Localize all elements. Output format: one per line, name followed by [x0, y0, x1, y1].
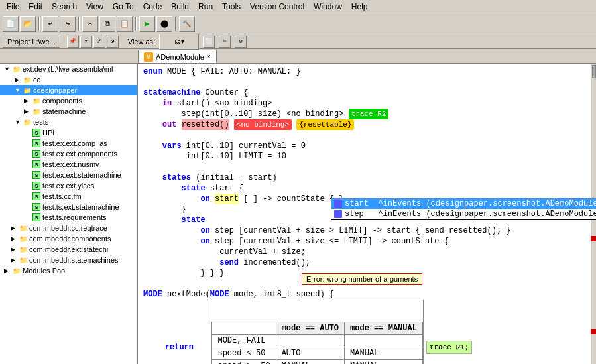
code-line-state-start: state start {: [143, 183, 591, 194]
menu-edit[interactable]: Edit: [25, 2, 46, 11]
tree-item-cc[interactable]: ▶ 📁 cc: [0, 74, 137, 85]
menu-build[interactable]: Build: [167, 2, 193, 11]
com-ext-sm-folder-icon: 📁: [19, 245, 28, 254]
tree-item-com-statemachines[interactable]: ▶ 📁 com.mbeddr.statemachines: [0, 255, 137, 265]
copy-button[interactable]: ⧉: [99, 16, 115, 32]
test-ts-req-file-icon: S: [32, 213, 41, 222]
menu-goto[interactable]: Go To: [109, 2, 138, 11]
build-button[interactable]: 🔨: [179, 16, 195, 32]
tree-item-test-yices[interactable]: S test.ex.ext.yices: [0, 180, 137, 191]
tree-item-test-ext-statemachine[interactable]: S test.ex.ext.statemachine: [0, 170, 137, 180]
tree-item-modules-pool[interactable]: ▶ 📁 Modules Pool: [0, 265, 137, 276]
com-reqtrace-toggle-icon: ▶: [11, 225, 19, 231]
code-line-vars: vars int[0..10] currentVal = 0: [143, 141, 591, 151]
com-components-folder-icon: 📁: [19, 234, 28, 243]
menu-view[interactable]: View: [82, 2, 107, 11]
trace-r2-badge: trace R2: [349, 109, 389, 119]
code-editor[interactable]: enum MODE { FAIL: AUTO: MANUAL: } statem…: [138, 64, 596, 364]
error-marker-2: [591, 329, 596, 334]
scrollbar-thumb[interactable]: [592, 65, 596, 78]
file-tab-close-icon[interactable]: ×: [207, 53, 211, 60]
tree-components-label: components: [42, 97, 82, 105]
tree-item-test-ts-sm[interactable]: S test.ts.ext.statemachine: [0, 202, 137, 212]
menu-versioncontrol[interactable]: Version Control: [246, 2, 308, 11]
com-components-toggle-icon: ▶: [11, 235, 19, 242]
code-line-in-start: in start() <no binding>: [143, 98, 591, 109]
tree-cc-label: cc: [33, 76, 40, 84]
debug-button[interactable]: ⬤: [156, 16, 172, 32]
statemachine-folder-icon: 📁: [32, 107, 41, 116]
tree-item-com-components[interactable]: ▶ 📁 com.mbeddr.components: [0, 233, 137, 244]
paste-button[interactable]: 📋: [117, 16, 133, 32]
new-button[interactable]: 📄: [3, 16, 19, 32]
tree-item-test-comp-as[interactable]: S test.ex.ext.comp_as: [0, 138, 137, 149]
code-line-enum: enum MODE { FAIL: AUTO: MANUAL: }: [143, 66, 591, 77]
sidebar: ▼ 📁 ext.dev (L:\lwe-assembla\ml ▶ 📁 cc ▼…: [0, 64, 138, 364]
tree-item-com-ext-statemachine[interactable]: ▶ 📁 com.mbeddr.ext.statechi: [0, 244, 137, 255]
menu-file[interactable]: File: [3, 2, 23, 11]
menu-window[interactable]: Window: [310, 2, 346, 11]
tree-test-yices-label: test.ex.ext.yices: [42, 182, 94, 190]
tree-item-test-nusmv[interactable]: S test.ex.ext.nusmv: [0, 159, 137, 170]
menu-tools[interactable]: Tools: [218, 2, 245, 11]
view-btn-1[interactable]: ⬜: [203, 36, 215, 48]
project-label[interactable]: Project L:\we...: [3, 36, 60, 48]
tree-item-test-ts-req[interactable]: S test.ts.requirements: [0, 212, 137, 223]
tree-item-components[interactable]: ▶ 📁 components: [0, 95, 137, 106]
autocomplete-icon-2: [334, 210, 342, 218]
tree-root[interactable]: ▼ 📁 ext.dev (L:\lwe-assembla\ml: [0, 64, 137, 74]
tree-item-com-reqtrace[interactable]: ▶ 📁 com.mbeddr.cc.reqtrace: [0, 223, 137, 233]
root-folder-icon: 📁: [12, 64, 21, 74]
toolbar-separator-1: [38, 17, 40, 31]
error-tooltip: Error: wrong number of arguments: [302, 273, 422, 285]
tree-test-ext-sm-label: test.ex.ext.statemachine: [42, 171, 121, 179]
view-btn-3[interactable]: ⚙: [235, 36, 247, 48]
close-panel-button[interactable]: ✕: [80, 36, 92, 48]
test-cc-fm-file-icon: S: [32, 192, 41, 201]
com-ext-sm-toggle-icon: ▶: [11, 246, 19, 253]
menu-help[interactable]: Help: [347, 2, 372, 11]
components-folder-icon: 📁: [32, 96, 41, 105]
tree-item-statemachine[interactable]: ▶ 📁 statemachine: [0, 106, 137, 117]
autocomplete-label-step: step ^inEvents (cdesignpaper.screenshot.…: [345, 210, 596, 219]
tree-com-components-label: com.mbeddr.components: [29, 235, 111, 243]
pin-button[interactable]: 📌: [67, 36, 79, 48]
view-as-dropdown[interactable]: 🗂▾: [159, 34, 199, 50]
menu-run[interactable]: Run: [194, 2, 217, 11]
redo-button[interactable]: ↪: [60, 16, 76, 32]
file-tab-icon: M: [144, 52, 153, 62]
tree-test-nusmv-label: test.ex.ext.nusmv: [42, 160, 99, 168]
tree-item-tests[interactable]: ▼ 📁 tests: [0, 117, 137, 127]
file-tab-ademomodule[interactable]: M ADemoModule ×: [138, 50, 217, 63]
tree-root-label: ext.dev (L:\lwe-assembla\ml: [23, 65, 113, 73]
com-statemachines-toggle-icon: ▶: [11, 257, 19, 263]
toolbar-separator-4: [175, 17, 176, 31]
run-button[interactable]: ▶: [139, 16, 155, 32]
code-line-limit: int[0..10] LIMIT = 10: [143, 151, 591, 162]
code-line-step-countstate: on step [currentVal + size <= LIMIT] -> …: [143, 236, 591, 247]
expand-button[interactable]: ⤢: [93, 36, 105, 48]
undo-button[interactable]: ↩: [42, 16, 58, 32]
tree-test-ts-req-label: test.ts.requirements: [42, 213, 107, 221]
open-button[interactable]: 📂: [20, 16, 36, 32]
menu-search[interactable]: Search: [48, 2, 81, 11]
tree-item-test-cc-fm[interactable]: S test.ts.cc.fm: [0, 191, 137, 202]
autocomplete-item-start[interactable]: start ^inEvents (cdesignpaper.screenshot…: [331, 198, 596, 209]
cut-button[interactable]: ✂: [82, 16, 98, 32]
test-comp-file-icon: S: [32, 139, 41, 148]
tree-item-test-components[interactable]: S test.ex.ext.components: [0, 149, 137, 159]
autocomplete-dropdown[interactable]: start ^inEvents (cdesignpaper.screenshot…: [331, 198, 596, 220]
menu-code[interactable]: Code: [139, 2, 166, 11]
autocomplete-item-step[interactable]: step ^inEvents (cdesignpaper.screenshot.…: [331, 209, 596, 219]
test-yices-file-icon: S: [32, 181, 41, 190]
code-line-send-incremented: send incremented();: [143, 257, 591, 268]
menubar: File Edit Search View Go To Code Build R…: [0, 0, 596, 13]
tree-item-hpl[interactable]: S HPL: [0, 127, 137, 138]
tree-cdesignpaper-label: cdesignpaper: [33, 86, 77, 94]
tree-item-cdesignpaper[interactable]: ▼ 📁 cdesignpaper: [0, 85, 137, 95]
hpl-file-icon: S: [32, 128, 41, 137]
view-btn-2[interactable]: ≡: [219, 36, 231, 48]
settings-button[interactable]: ⚙: [107, 36, 119, 48]
modules-pool-folder-icon: 📁: [12, 266, 21, 275]
tree-test-ts-sm-label: test.ts.ext.statemachine: [42, 203, 119, 211]
